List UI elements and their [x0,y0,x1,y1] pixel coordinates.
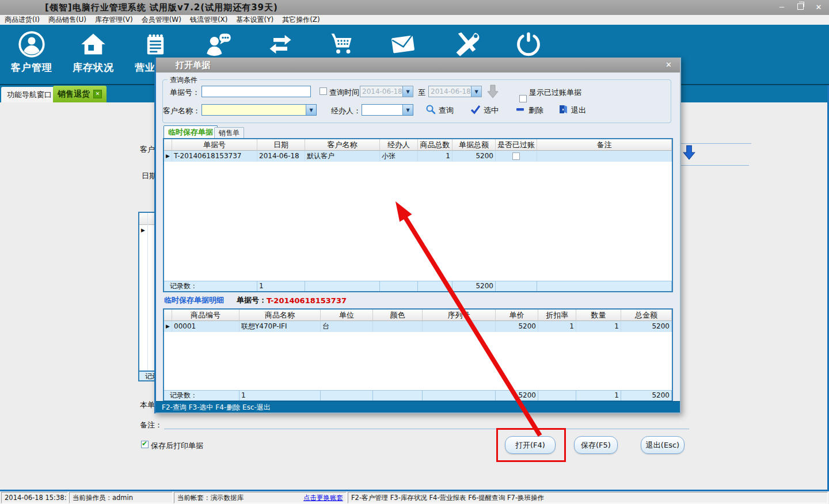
date-from-combobox[interactable]: 2014-06-18 ▼ [360,86,413,97]
exit-esc-button[interactable]: 退出(Esc) [641,436,685,454]
tab-sales-return[interactable]: 销售退货 ✕ [53,86,107,102]
col-discount[interactable]: 折扣率 [538,310,576,321]
mail-icon [371,30,435,58]
cell-qty: 1 [576,321,621,332]
col-amount[interactable]: 总金额 [621,310,672,321]
print-after-save-checkbox[interactable] [141,441,149,448]
posted-checkbox[interactable] [512,152,520,160]
toolbar-sync[interactable] [249,30,312,61]
customer-name-combobox[interactable]: ▼ [201,104,317,116]
status-account-panel: 当前帐套：演示数据库 点击更换账套 [174,492,347,503]
menu-item-cashflow[interactable]: 钱流管理(X) [190,15,228,25]
col-posted[interactable]: 是否已过账 [496,139,537,151]
dialog-close-icon[interactable]: ✕ [666,60,672,69]
tab-sales-doc[interactable]: 销售单 [214,127,244,138]
save-f5-button[interactable]: 保存(F5) [574,436,618,454]
agent-combobox[interactable]: ▼ [362,104,413,116]
col-agent[interactable]: 经办人 [380,139,418,151]
tab-temp-saved-docs[interactable]: 临时保存单据 [163,125,218,138]
toolbar-cart[interactable] [310,30,373,61]
dialog-title-bar: 打开单据 ✕ [156,58,680,72]
detail-title: 临时保存单据明细 [164,295,224,306]
customer-name-value [202,105,306,115]
query-time-checkbox[interactable] [320,87,327,95]
items-table-footer: 记录数： 1 5200 1 5200 [164,390,672,400]
query-conditions-legend: 查询条件 [168,75,200,85]
sync-icon [249,30,312,58]
menu-item-sales[interactable]: 商品销售(U) [48,15,86,25]
col-total-qty[interactable]: 商品总数 [418,139,452,151]
query-time-label: 查询时间 [329,87,359,98]
chevron-down-icon[interactable]: ▼ [306,105,316,115]
toolbar-member-center[interactable] [187,30,250,61]
tab-function-navigation[interactable]: 功能导航窗口 [1,87,58,102]
customer-name-label: 客户名称： [163,106,200,116]
close-icon[interactable]: ✕ [814,3,823,12]
col-color[interactable]: 颜色 [373,310,423,321]
col-serial[interactable]: 序列号 [423,310,496,321]
menu-item-settings[interactable]: 基本设置(Y) [236,15,273,25]
footer-total-amount: 5200 [452,281,496,291]
footer-qty-total: 1 [576,390,621,400]
toolbar-tools[interactable] [435,30,498,61]
annotation-highlight-rect [496,428,566,462]
row-marker-icon: ▶ [164,321,172,332]
power-icon [497,30,560,58]
col-item-name[interactable]: 商品名称 [239,310,321,321]
col-remark[interactable]: 备注 [537,139,672,151]
cell-serial [423,321,496,332]
toolbar-mail[interactable] [371,30,435,61]
col-qty[interactable]: 数量 [576,310,621,321]
delete-button[interactable]: 删除 [515,104,543,116]
remark-label: 备注： [140,420,162,430]
tab-close-icon[interactable]: ✕ [93,90,102,98]
bg-field-underline-2 [681,165,749,166]
chevron-down-icon[interactable]: ▼ [471,86,481,97]
footer-price-total: 5200 [496,390,538,400]
detail-doc-no-value: T-20140618153737 [267,296,347,305]
col-price[interactable]: 单价 [496,310,538,321]
col-total-amount[interactable]: 单据总额 [452,139,496,151]
table-row[interactable]: ▶ 00001 联想Y470P-IFI 台 5200 1 1 5200 [164,321,672,332]
gray-down-arrow-icon[interactable] [487,85,499,101]
cell-price: 5200 [496,321,538,332]
show-posted-label: 显示已过账单据 [529,87,581,98]
doc-no-input[interactable] [201,86,311,97]
delete-button-label: 删除 [528,105,543,116]
col-doc-no[interactable]: 单据号 [172,139,257,151]
select-button[interactable]: 选中 [470,104,499,116]
cell-item-code: 00001 [172,321,239,332]
toolbar-customer-management[interactable]: 客户管理 [0,30,63,74]
chevron-down-icon[interactable]: ▼ [402,86,413,97]
menu-item-members[interactable]: 会员管理(W) [142,15,181,25]
menu-item-other[interactable]: 其它操作(Z) [282,15,320,25]
menu-item-purchase[interactable]: 商品进货(I) [5,15,40,25]
footer-total-qty: 1 [418,281,452,291]
notepad-icon [124,30,187,58]
chevron-down-icon[interactable]: ▼ [402,105,413,115]
query-button[interactable]: 查询 [425,104,454,116]
detail-caption: 临时保存单据明细 单据号： T-20140618153737 [164,295,347,306]
remark-underline[interactable] [164,429,689,429]
status-operator: 当前操作员：admin [69,492,173,503]
toolbar-power[interactable] [497,30,560,61]
down-arrow-icon[interactable] [683,145,695,162]
documents-table-footer: 记录数： 1 1 5200 [164,281,672,291]
exit-button[interactable]: 退出 [558,104,586,116]
documents-table: 单据号 日期 客户名称 经办人 商品总数 单据总额 是否已过账 备注 ▶ T-2… [163,138,673,292]
maximize-icon[interactable] [796,3,805,12]
cell-posted [496,151,537,162]
date-to-combobox[interactable]: 2014-06-18 ▼ [428,86,482,97]
switch-account-link[interactable]: 点击更换账套 [303,494,343,502]
cell-color [373,321,423,332]
show-posted-checkbox[interactable] [519,95,527,102]
toolbar-inventory-status[interactable]: 库存状况 [62,30,125,74]
menu-item-inventory[interactable]: 库存管理(V) [95,15,133,25]
table-row[interactable]: ▶ T-20140618153737 2014-06-18 默认客户 小张 1 … [164,151,672,162]
col-unit[interactable]: 单位 [321,310,373,321]
col-customer[interactable]: 客户名称 [305,139,380,151]
minimize-icon[interactable]: ─ [777,3,786,12]
col-item-code[interactable]: 商品编号 [172,310,239,321]
door-exit-icon [558,104,568,116]
col-date[interactable]: 日期 [257,139,305,151]
